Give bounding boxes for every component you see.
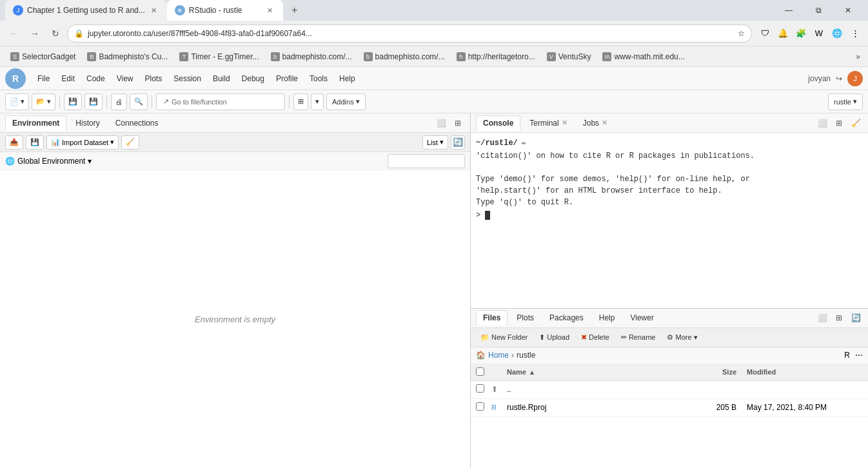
bookmark-badmephisto2[interactable]: b badmephisto.com/... (266, 51, 357, 63)
console-minimize-btn[interactable]: ⬜ (815, 116, 829, 130)
clear-env-btn[interactable]: 🧹 (121, 135, 139, 150)
tab-terminal[interactable]: Terminal ✕ (523, 116, 573, 130)
load-workspace-btn[interactable]: 📥 (5, 135, 23, 150)
new-folder-button[interactable]: 📁 New Folder (476, 330, 532, 344)
bookmark-heritage[interactable]: h http://heritagetoro... (451, 51, 540, 63)
bookmark-timer[interactable]: T Timer - E.ggTimer... (174, 51, 264, 63)
jobs-tab-close[interactable]: ✕ (602, 119, 607, 127)
import-dataset-btn[interactable]: 📊 Import Dataset ▾ (46, 135, 119, 150)
bookmark-ventusky[interactable]: V VentuSky (542, 51, 597, 63)
files-minimize-btn[interactable]: ⬜ (815, 311, 829, 325)
tab2-close[interactable]: ✕ (265, 5, 275, 15)
menu-tools[interactable]: Tools (304, 72, 333, 86)
env-search-input[interactable] (388, 154, 465, 168)
menu-edit[interactable]: Edit (56, 72, 80, 86)
files-refresh-btn[interactable]: 🔄 (849, 311, 863, 325)
menu-icon[interactable]: ⋮ (847, 26, 863, 41)
addins-button[interactable]: Addins ▾ (326, 93, 366, 110)
sign-out-icon[interactable]: ↪ (836, 74, 842, 83)
menu-code[interactable]: Code (81, 72, 110, 86)
save-workspace-btn[interactable]: 💾 (26, 135, 44, 150)
new-tab-button[interactable]: + (286, 1, 304, 19)
panel-maximize-btn[interactable]: ⊞ (451, 116, 465, 130)
console-maximize-btn[interactable]: ⊞ (832, 116, 846, 130)
files-maximize-btn[interactable]: ⊞ (832, 311, 846, 325)
reload-button[interactable]: ↻ (46, 24, 64, 43)
header-modified[interactable]: Modified (747, 368, 863, 376)
project-button[interactable]: rustle ▾ (828, 93, 863, 110)
tab-connections[interactable]: Connections (109, 116, 165, 130)
files-more-btn[interactable]: ⋯ (855, 351, 863, 360)
new-file-dropdown[interactable]: ▾ (21, 97, 25, 106)
console-prompt-line[interactable]: > (476, 211, 863, 220)
menu-plots[interactable]: Plots (140, 72, 168, 86)
tab-viewer[interactable]: Viewer (624, 311, 660, 325)
shield-icon[interactable]: 🛡 (757, 26, 773, 41)
find-button[interactable]: 🔍 (130, 93, 148, 110)
file-check-rproj[interactable] (476, 402, 484, 411)
more-bookmarks-button[interactable]: » (853, 51, 863, 63)
grid-toggle-button[interactable]: ⊞ (293, 93, 308, 110)
grid-toggle-dropdown[interactable]: ▾ (311, 93, 324, 110)
extension-icon-1[interactable]: 🧩 (793, 26, 809, 41)
terminal-tab-close[interactable]: ✕ (562, 119, 567, 127)
tab-files[interactable]: Files (476, 310, 508, 326)
tab-history[interactable]: History (69, 116, 106, 130)
file-row-parent[interactable]: ⬆ .. (471, 381, 868, 399)
back-button[interactable]: ← (5, 24, 23, 43)
file-name-parent[interactable]: .. (507, 385, 695, 394)
bookmark-selectorgadget[interactable]: S SelectorGadget (5, 51, 81, 63)
breadcrumb-home[interactable]: Home (488, 351, 509, 360)
save-all-button[interactable]: 💾 (84, 93, 103, 110)
select-all-checkbox[interactable] (476, 367, 484, 376)
close-button[interactable]: ✕ (833, 0, 863, 21)
tab-help[interactable]: Help (593, 311, 622, 325)
menu-view[interactable]: View (112, 72, 139, 86)
console-content[interactable]: ~/rustle/ ✏ 'citation()' on how to cite … (471, 133, 868, 308)
menu-profile[interactable]: Profile (271, 72, 303, 86)
browser-tab-2[interactable]: R RStudio - rustle ✕ (167, 0, 283, 21)
tab-environment[interactable]: Environment (5, 115, 66, 131)
restore-button[interactable]: ⧉ (804, 0, 833, 21)
print-button[interactable]: 🖨 (111, 93, 127, 110)
extension-icon-3[interactable]: 🌐 (829, 26, 845, 41)
rename-button[interactable]: ✏ Rename (616, 330, 660, 344)
header-name[interactable]: Name ▲ (507, 368, 695, 376)
go-to-file-input[interactable]: ↗ Go to file/function (156, 93, 285, 110)
forward-button[interactable]: → (26, 24, 44, 43)
star-icon[interactable]: ☆ (738, 29, 745, 38)
open-file-button[interactable]: 📂 ▾ (32, 93, 55, 110)
extension-icon-2[interactable]: W (811, 26, 827, 41)
r-badge-icon[interactable]: R (844, 351, 850, 360)
browser-tab-1[interactable]: J Chapter 1 Getting used to R and... ✕ (5, 0, 167, 21)
tab-console[interactable]: Console (476, 115, 520, 131)
header-size[interactable]: Size (695, 368, 747, 376)
tab-plots[interactable]: Plots (510, 311, 540, 325)
open-file-dropdown[interactable]: ▾ (47, 97, 51, 106)
menu-help[interactable]: Help (334, 72, 360, 86)
panel-minimize-btn[interactable]: ⬜ (434, 116, 448, 130)
console-clear-btn[interactable]: 🧹 (849, 116, 863, 130)
menu-build[interactable]: Build (208, 72, 235, 86)
bookmark-math[interactable]: m www-math.mit.edu... (597, 51, 689, 63)
save-button[interactable]: 💾 (64, 93, 82, 110)
address-bar[interactable]: 🔒 jupyter.utoronto.ca/user/87fff5eb-4908… (67, 24, 752, 43)
list-view-btn[interactable]: List ▾ (422, 135, 448, 150)
notification-icon[interactable]: 🔔 (775, 26, 791, 41)
tab-packages[interactable]: Packages (543, 311, 590, 325)
file-check-parent[interactable] (476, 384, 484, 393)
upload-button[interactable]: ⬆ Upload (535, 330, 574, 344)
new-file-button[interactable]: 📄 ▾ (5, 93, 29, 110)
bookmark-badmephisto3[interactable]: b badmephisto.com/... (359, 51, 450, 63)
delete-button[interactable]: ✖ Delete (577, 330, 614, 344)
menu-session[interactable]: Session (168, 72, 206, 86)
refresh-env-btn[interactable]: 🔄 (451, 135, 465, 150)
tab-jobs[interactable]: Jobs ✕ (577, 116, 614, 130)
tab1-close[interactable]: ✕ (149, 5, 159, 15)
file-name-rproj[interactable]: rustle.Rproj (507, 403, 695, 412)
more-button[interactable]: ⚙ More ▾ (662, 330, 702, 344)
file-row-rproj[interactable]: R rustle.Rproj 205 B May 17, 2021, 8:40 … (471, 399, 868, 417)
global-env-dropdown[interactable]: 🌐 Global Environment ▾ (5, 157, 92, 166)
menu-debug[interactable]: Debug (237, 72, 270, 86)
bookmark-badmephisto[interactable]: B Badmephisto's Cu... (82, 51, 173, 63)
